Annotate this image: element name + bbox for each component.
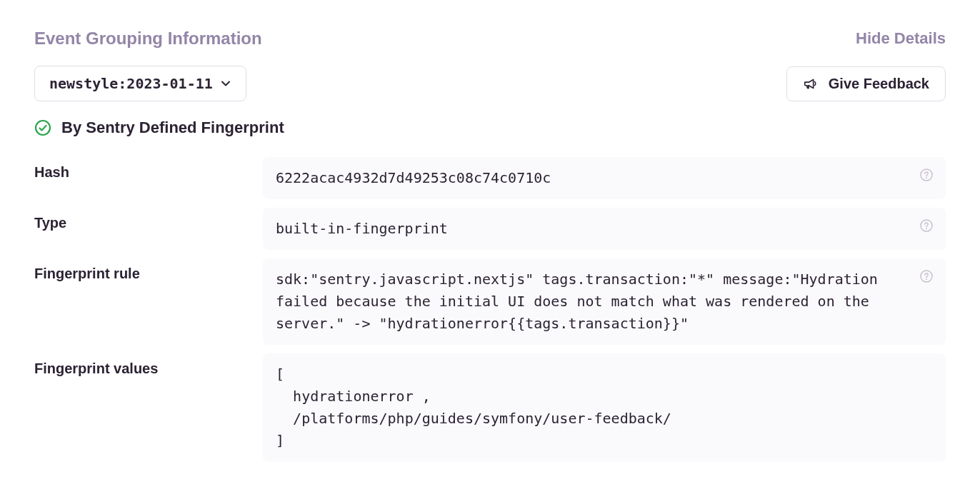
help-icon[interactable] — [920, 270, 933, 283]
svg-point-4 — [926, 228, 927, 229]
value-hash: 6222acac4932d7d49253c08c74c0710c — [263, 157, 946, 199]
fingerprint-heading: By Sentry Defined Fingerprint — [34, 119, 946, 137]
grouping-config-dropdown[interactable]: newstyle:2023-01-11 — [34, 66, 246, 101]
help-icon[interactable] — [920, 168, 933, 181]
svg-point-2 — [926, 177, 927, 178]
svg-point-6 — [926, 278, 927, 280]
row-fingerprint-rule: Fingerprint rule sdk:"sentry.javascript.… — [34, 258, 946, 345]
value-fingerprint-rule-text: sdk:"sentry.javascript.nextjs" tags.tran… — [276, 268, 911, 335]
label-type: Type — [34, 208, 263, 231]
toolbar-row: newstyle:2023-01-11 Give Feedback — [34, 66, 946, 101]
value-type-text: built-in-fingerprint — [276, 218, 911, 240]
label-fingerprint-rule: Fingerprint rule — [34, 258, 263, 282]
help-icon[interactable] — [920, 219, 933, 232]
value-type: built-in-fingerprint — [263, 208, 946, 250]
give-feedback-button[interactable]: Give Feedback — [786, 66, 946, 101]
feedback-label: Give Feedback — [829, 76, 929, 92]
dropdown-label: newstyle:2023-01-11 — [49, 75, 213, 92]
value-hash-text: 6222acac4932d7d49253c08c74c0710c — [276, 167, 911, 189]
section-title: Event Grouping Information — [34, 29, 262, 49]
value-fingerprint-values: [ hydrationerror , /platforms/php/guides… — [263, 353, 946, 462]
svg-point-0 — [36, 121, 50, 135]
svg-point-3 — [921, 220, 932, 231]
row-type: Type built-in-fingerprint — [34, 208, 946, 250]
megaphone-icon — [803, 76, 819, 91]
svg-point-1 — [921, 169, 932, 181]
fingerprint-heading-text: By Sentry Defined Fingerprint — [61, 119, 284, 137]
svg-point-5 — [921, 271, 932, 282]
row-hash: Hash 6222acac4932d7d49253c08c74c0710c — [34, 157, 946, 199]
hide-details-link[interactable]: Hide Details — [856, 29, 946, 48]
value-fingerprint-values-text: [ hydrationerror , /platforms/php/guides… — [276, 363, 933, 452]
label-fingerprint-values: Fingerprint values — [34, 353, 263, 377]
label-hash: Hash — [34, 157, 263, 181]
check-circle-icon — [34, 119, 51, 136]
chevron-down-icon — [220, 78, 231, 89]
value-fingerprint-rule: sdk:"sentry.javascript.nextjs" tags.tran… — [263, 258, 946, 345]
header-row: Event Grouping Information Hide Details — [34, 29, 946, 49]
row-fingerprint-values: Fingerprint values [ hydrationerror , /p… — [34, 353, 946, 462]
